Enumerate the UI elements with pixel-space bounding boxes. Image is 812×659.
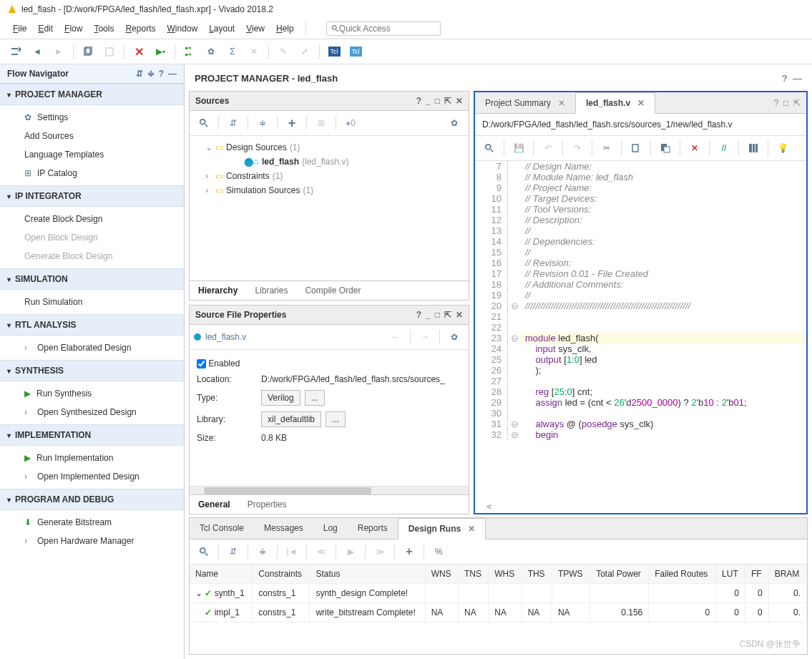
nav-section[interactable]: ▾ IP INTEGRATOR <box>0 185 184 207</box>
restore-icon[interactable]: □ <box>435 310 440 320</box>
close-icon[interactable]: — <box>793 73 802 84</box>
help-icon[interactable]: ? <box>416 96 421 106</box>
tree-node[interactable]: ⌄ ▭ Design Sources (1) <box>192 140 466 155</box>
scroll-left-icon[interactable]: < <box>475 500 806 513</box>
nav-item[interactable]: ⊞ IP Catalog <box>0 164 184 182</box>
first-icon[interactable]: |◄ <box>282 542 302 561</box>
help-icon[interactable]: ? <box>782 73 788 84</box>
next-icon[interactable]: ≫ <box>370 542 390 561</box>
cancel-icon[interactable]: ✕ <box>129 42 149 61</box>
sources-tree[interactable]: ⌄ ▭ Design Sources (1) ⬤∴ led_flash (led… <box>190 136 469 280</box>
close-icon[interactable]: ✕ <box>558 98 565 108</box>
maximize-icon[interactable]: ⇱ <box>793 98 801 108</box>
nav-section[interactable]: ▾ SYNTHESIS <box>0 360 184 381</box>
runs-table[interactable]: NameConstraintsStatusWNSTNSWHSTHSTPWSTot… <box>190 565 807 623</box>
probe-icon[interactable]: ⤢ <box>295 42 315 61</box>
nav-item[interactable]: Open Block Design <box>0 228 184 247</box>
nav-section[interactable]: ▾ RTL ANALYSIS <box>0 314 184 336</box>
collapse-icon[interactable]: ⇵ <box>223 542 243 561</box>
table-row[interactable]: ✓ impl_1constrs_1write_bitstream Complet… <box>190 603 807 623</box>
close-icon[interactable]: ✕ <box>637 98 645 108</box>
collapse-all-icon[interactable]: ⇵ <box>223 114 243 132</box>
runs-tab[interactable]: Reports <box>348 518 398 539</box>
browse-button[interactable]: ... <box>326 411 346 427</box>
hierarchy-icon[interactable]: ⊞ <box>311 114 331 132</box>
runs-tab[interactable]: Messages <box>254 518 313 539</box>
nav-item[interactable]: ⬇ Generate Bitstream <box>0 513 184 532</box>
nav-item[interactable]: Run Simulation <box>0 293 184 311</box>
nav-item[interactable]: Add Sources <box>0 127 184 145</box>
browse-button[interactable]: ... <box>305 390 325 406</box>
close-icon[interactable]: ✕ <box>456 310 463 320</box>
nav-item[interactable]: Create Block Design <box>0 210 184 228</box>
tab-libraries[interactable]: Libraries <box>246 281 296 300</box>
menu-window[interactable]: Window <box>161 21 203 36</box>
nav-item[interactable]: ✿ Settings <box>0 108 184 127</box>
expand-icon[interactable]: ≑ <box>253 542 273 561</box>
prev-icon[interactable]: ≪ <box>311 542 331 561</box>
close-icon[interactable]: — <box>168 69 177 79</box>
tree-node[interactable]: ⬤∴ led_flash (led_flash.v) <box>192 155 466 169</box>
play-icon[interactable]: ▶ <box>341 542 361 561</box>
next-icon[interactable]: → <box>415 328 435 346</box>
step-icon[interactable] <box>180 42 200 61</box>
paste-icon[interactable] <box>655 139 675 157</box>
bulb-icon[interactable]: 💡 <box>773 139 793 157</box>
prev-icon[interactable]: ← <box>386 328 406 346</box>
copy-icon[interactable] <box>626 139 646 157</box>
runs-tab[interactable]: Design Runs✕ <box>398 518 486 540</box>
expand-icon[interactable]: ≑ <box>147 69 155 79</box>
undo-icon[interactable]: ↶ <box>538 139 558 157</box>
gear-icon[interactable]: ✿ <box>444 114 464 132</box>
nav-section[interactable]: ▾ IMPLEMENTATION <box>0 424 184 446</box>
tree-node[interactable]: › ▭ Constraints (1) <box>192 169 466 183</box>
type-value[interactable]: Verilog <box>261 390 300 406</box>
forward-icon[interactable]: ► <box>49 42 69 61</box>
restore-icon[interactable]: □ <box>783 98 788 108</box>
maximize-icon[interactable]: ⇱ <box>444 96 451 106</box>
run-icon[interactable]: ▶▾ <box>150 42 170 61</box>
enabled-checkbox[interactable] <box>197 359 206 368</box>
cut-icon[interactable]: ✂ <box>597 139 617 157</box>
menu-tools[interactable]: Tools <box>88 21 119 36</box>
runs-tab[interactable]: Tcl Console <box>190 518 254 539</box>
nav-item[interactable]: ▶ Run Synthesis <box>0 384 184 403</box>
expand-all-icon[interactable]: ≑ <box>253 114 273 132</box>
brush-icon[interactable]: ✎ <box>273 42 293 61</box>
menu-edit[interactable]: Edit <box>32 21 59 36</box>
nav-section[interactable]: ▾ PROJECT MANAGER <box>0 84 184 105</box>
minimize-icon[interactable]: _ <box>426 310 431 320</box>
tab-hierarchy[interactable]: Hierarchy <box>190 281 246 300</box>
minimize-icon[interactable]: _ <box>426 96 431 106</box>
add-icon[interactable]: + <box>399 542 419 561</box>
tab-general[interactable]: General <box>190 495 239 514</box>
redo-icon[interactable]: ↷ <box>567 139 587 157</box>
nav-item[interactable]: › Open Synthesized Design <box>0 403 184 421</box>
nav-section[interactable]: ▾ SIMULATION <box>0 268 184 290</box>
nav-item[interactable]: Language Templates <box>0 145 184 164</box>
settings-icon[interactable]: ✿ <box>201 42 221 61</box>
nav-item[interactable]: › Open Elaborated Design <box>0 338 184 357</box>
menu-layout[interactable]: Layout <box>203 21 240 36</box>
runs-tab[interactable]: Log <box>313 518 348 539</box>
sigma-icon[interactable]: Σ <box>222 42 243 61</box>
close-icon[interactable]: ✕ <box>456 96 463 106</box>
nav-item[interactable]: ▶ Run Implementation <box>0 449 184 467</box>
quick-access[interactable] <box>326 21 441 36</box>
tab-properties[interactable]: Properties <box>239 495 295 514</box>
menu-file[interactable]: File <box>7 21 32 36</box>
menu-help[interactable]: Help <box>270 21 300 36</box>
search-icon[interactable] <box>194 114 214 132</box>
editor-tab[interactable]: Project Summary✕ <box>475 93 575 113</box>
clear-icon[interactable]: ✕ <box>244 42 264 61</box>
copy-icon[interactable] <box>78 42 98 61</box>
menu-reports[interactable]: Reports <box>119 21 161 36</box>
restore-icon[interactable]: □ <box>435 96 440 106</box>
menu-flow[interactable]: Flow <box>59 21 88 36</box>
maximize-icon[interactable]: ⇱ <box>444 310 451 320</box>
nav-item[interactable]: › Open Implemented Design <box>0 467 184 486</box>
nav-item[interactable]: Generate Block Design <box>0 247 184 265</box>
help-icon[interactable]: ? <box>159 69 164 79</box>
save-icon[interactable]: 💾 <box>509 139 529 157</box>
scrollbar[interactable] <box>190 486 469 494</box>
